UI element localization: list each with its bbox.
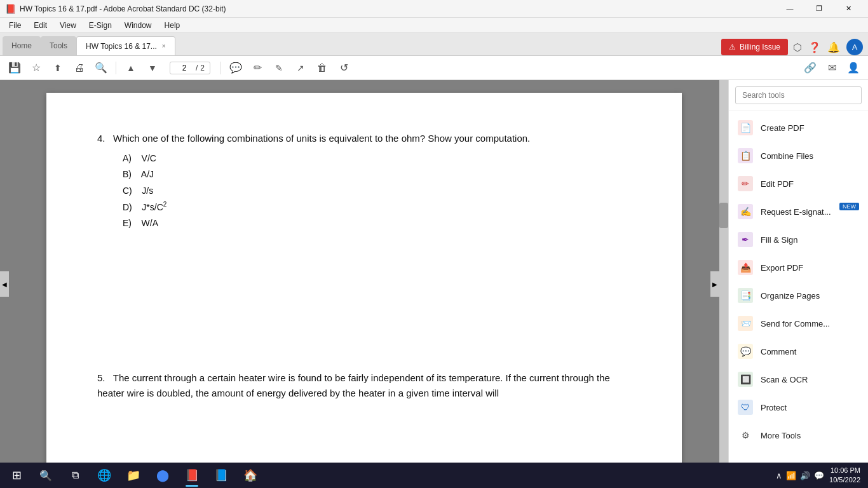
menu-window[interactable]: Window bbox=[118, 20, 158, 31]
separator-1 bbox=[116, 62, 116, 74]
tool-item-create-pdf[interactable]: 📄Create PDF bbox=[729, 114, 868, 142]
delete-button[interactable]: 🗑 bbox=[313, 58, 332, 78]
highlight-button[interactable]: ✎ bbox=[269, 58, 288, 78]
taskbar-acrobat[interactable]: 📕 bbox=[178, 463, 206, 488]
pencil-button[interactable]: ✏ bbox=[248, 58, 267, 78]
taskbar-explorer[interactable]: 📁 bbox=[119, 463, 147, 488]
rotate-button[interactable]: ↺ bbox=[334, 58, 353, 78]
tool-item-send-comment[interactable]: 📨Send for Comme... bbox=[729, 309, 868, 337]
restore-button[interactable]: ❐ bbox=[804, 0, 834, 18]
tool-icon-create-pdf: 📄 bbox=[738, 120, 753, 135]
edge-icon: 🌐 bbox=[97, 468, 111, 482]
question-4: 4. Which one of the following combinatio… bbox=[97, 131, 631, 231]
search-icon: 🔍 bbox=[95, 62, 107, 74]
vertical-scrollbar[interactable] bbox=[719, 80, 728, 488]
user-avatar[interactable]: A bbox=[846, 39, 863, 55]
toolbar: 💾 ☆ ⬆ 🖨 🔍 ▲ ▼ / 2 💬 ✏ ✎ ↗ 🗑 ↺ 🔗 bbox=[0, 56, 868, 80]
window-title: HW Topics 16 & 17.pdf - Adobe Acrobat St… bbox=[20, 4, 775, 13]
tool-item-edit-pdf[interactable]: ✏Edit PDF bbox=[729, 170, 868, 198]
link-button[interactable]: 🔗 bbox=[801, 58, 820, 78]
comment-button[interactable]: 💬 bbox=[226, 58, 245, 78]
delete-icon: 🗑 bbox=[317, 62, 327, 74]
clock-date: 10/5/2022 bbox=[829, 475, 860, 485]
page-number-input[interactable] bbox=[175, 64, 193, 72]
bookmark-button[interactable]: ☆ bbox=[27, 58, 46, 78]
tool-item-combine-files[interactable]: 📋Combine Files bbox=[729, 142, 868, 170]
close-button[interactable]: ✕ bbox=[834, 0, 863, 18]
tool-label-combine-files: Combine Files bbox=[761, 151, 813, 161]
tray-notification-icon[interactable]: 💬 bbox=[814, 471, 824, 480]
tool-label-organize-pages: Organize Pages bbox=[761, 291, 820, 301]
tool-item-more-tools[interactable]: ⚙More Tools bbox=[729, 421, 868, 449]
share-button[interactable]: ⬆ bbox=[48, 58, 67, 78]
tool-label-protect: Protect bbox=[761, 403, 787, 412]
user-button[interactable]: 👤 bbox=[844, 58, 863, 78]
tray-volume-icon[interactable]: 🔊 bbox=[800, 471, 810, 480]
warning-icon: ⚠ bbox=[729, 43, 736, 51]
menu-edit[interactable]: Edit bbox=[27, 20, 53, 31]
search-button[interactable]: 🔍 bbox=[92, 58, 111, 78]
menu-file[interactable]: File bbox=[3, 20, 27, 31]
taskbar-edge[interactable]: 🌐 bbox=[90, 463, 118, 488]
tray-network-icon: 📶 bbox=[786, 471, 796, 480]
print-icon: 🖨 bbox=[74, 62, 85, 74]
email-button[interactable]: ✉ bbox=[822, 58, 841, 78]
help-icon[interactable]: ❓ bbox=[808, 41, 821, 53]
comment-icon: 💬 bbox=[229, 62, 242, 74]
print-button[interactable]: 🖨 bbox=[70, 58, 89, 78]
pdf-viewer[interactable]: 4. Which one of the following combinatio… bbox=[0, 80, 728, 488]
tool-item-export-pdf[interactable]: 📤Export PDF bbox=[729, 254, 868, 281]
scroll-thumb[interactable] bbox=[719, 203, 728, 228]
tool-item-comment[interactable]: 💬Comment bbox=[729, 337, 868, 365]
taskbar-extra-app[interactable]: 🏠 bbox=[236, 463, 264, 488]
tool-item-organize-pages[interactable]: 📑Organize Pages bbox=[729, 281, 868, 309]
notification-icon[interactable]: 🔔 bbox=[827, 41, 840, 53]
fill-button[interactable]: ↗ bbox=[291, 58, 310, 78]
search-tools-input[interactable] bbox=[735, 86, 862, 104]
content-spacer bbox=[97, 243, 631, 370]
tools-list: 📄Create PDF📋Combine Files✏Edit PDF✍Reque… bbox=[729, 111, 868, 488]
tab-document[interactable]: HW Topics 16 & 17... × bbox=[76, 36, 175, 55]
user-icon: 👤 bbox=[847, 62, 860, 74]
start-button[interactable]: ⊞ bbox=[3, 463, 31, 488]
billing-issue-button[interactable]: ⚠ Billing Issue bbox=[721, 39, 788, 55]
tray-chevron-icon[interactable]: ∧ bbox=[776, 471, 782, 480]
collapse-right-button[interactable]: ▶ bbox=[710, 271, 719, 297]
tool-item-request-esign[interactable]: ✍Request E-signat...NEW bbox=[729, 198, 868, 226]
q4-option-e: E) W/A bbox=[123, 216, 631, 230]
taskbar-chrome[interactable]: ⬤ bbox=[149, 463, 177, 488]
share-icon[interactable]: ⬡ bbox=[793, 41, 802, 53]
taskbar-word[interactable]: 📘 bbox=[207, 463, 235, 488]
menu-esign[interactable]: E-Sign bbox=[83, 20, 118, 31]
save-icon: 💾 bbox=[8, 62, 21, 74]
tool-label-export-pdf: Export PDF bbox=[761, 263, 803, 273]
word-icon: 📘 bbox=[214, 468, 228, 482]
tool-icon-scan-ocr: 🔲 bbox=[738, 372, 753, 387]
taskbar-search[interactable]: 🔍 bbox=[32, 463, 60, 488]
share-icon: ⬆ bbox=[54, 63, 62, 73]
page-up-button[interactable]: ▲ bbox=[121, 58, 140, 78]
tab-home[interactable]: Home bbox=[3, 36, 41, 55]
collapse-left-button[interactable]: ◀ bbox=[0, 271, 9, 297]
tool-item-protect[interactable]: 🛡Protect bbox=[729, 393, 868, 421]
toolbar-right: 🔗 ✉ 👤 bbox=[801, 58, 863, 78]
tool-icon-protect: 🛡 bbox=[738, 400, 753, 415]
q5-number-text: 5. The current through a certain heater … bbox=[97, 370, 631, 401]
right-panel: 📄Create PDF📋Combine Files✏Edit PDF✍Reque… bbox=[728, 80, 868, 488]
tool-icon-organize-pages: 📑 bbox=[738, 288, 753, 303]
page-total: 2 bbox=[200, 64, 205, 72]
highlight-icon: ✎ bbox=[275, 63, 283, 73]
save-button[interactable]: 💾 bbox=[5, 58, 24, 78]
tab-tools[interactable]: Tools bbox=[41, 36, 76, 55]
tool-item-scan-ocr[interactable]: 🔲Scan & OCR bbox=[729, 365, 868, 393]
menu-view[interactable]: View bbox=[53, 20, 83, 31]
menu-help[interactable]: Help bbox=[158, 20, 187, 31]
page-down-button[interactable]: ▼ bbox=[143, 58, 162, 78]
tool-item-fill-sign[interactable]: ✒Fill & Sign bbox=[729, 226, 868, 254]
taskbar-task-view[interactable]: ⧉ bbox=[61, 463, 89, 488]
taskbar-clock[interactable]: 10:06 PM 10/5/2022 bbox=[829, 466, 860, 485]
chrome-icon: ⬤ bbox=[156, 468, 169, 482]
tab-close-button[interactable]: × bbox=[162, 43, 166, 50]
system-tray-icons: ∧ 📶 🔊 💬 bbox=[776, 471, 824, 480]
minimize-button[interactable]: — bbox=[775, 0, 804, 18]
